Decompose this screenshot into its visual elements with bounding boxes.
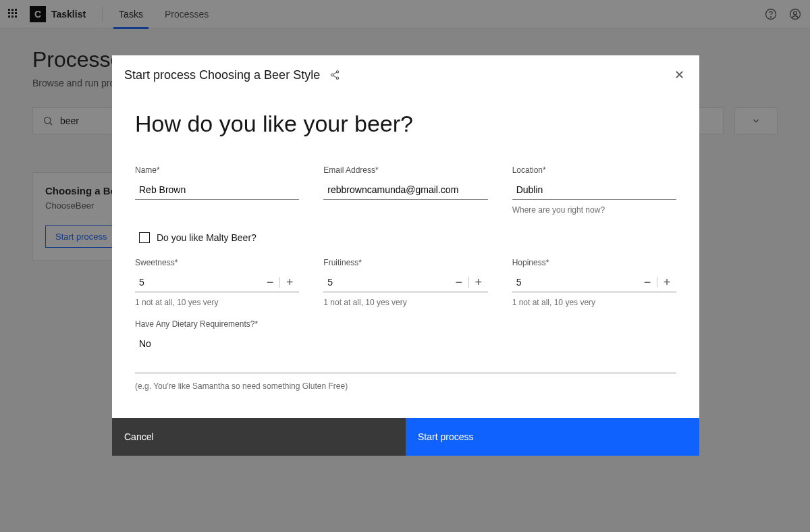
email-label: Email Address* <box>323 165 487 175</box>
fruitiness-helper: 1 not at all, 10 yes very <box>323 298 487 307</box>
email-field: Email Address* <box>323 165 487 215</box>
svg-point-7 <box>331 74 333 76</box>
location-field: Location* Where are you right now? <box>512 165 676 215</box>
hopiness-decrement[interactable]: − <box>638 275 657 290</box>
dietary-label: Have Any Dietary Requirements?* <box>135 319 676 329</box>
email-input[interactable] <box>323 180 487 200</box>
close-icon[interactable]: ✕ <box>672 65 687 85</box>
sweetness-increment[interactable]: + <box>280 275 299 290</box>
malty-checkbox[interactable] <box>139 232 150 243</box>
cancel-button[interactable]: Cancel <box>112 418 406 456</box>
hopiness-field: Hopiness* 5 − + 1 not at all, 10 yes ver… <box>512 258 676 307</box>
svg-line-10 <box>333 76 337 78</box>
fruitiness-stepper: 5 − + <box>323 273 487 292</box>
location-label: Location* <box>512 165 676 175</box>
dietary-input[interactable] <box>135 334 676 373</box>
sweetness-value[interactable]: 5 <box>135 273 261 292</box>
sweetness-decrement[interactable]: − <box>261 275 279 290</box>
fruitiness-increment[interactable]: + <box>469 275 488 290</box>
form-heading: How do you like your beer? <box>135 111 676 137</box>
modal-title: Start process Choosing a Beer Style <box>124 68 320 82</box>
start-process-modal: Start process Choosing a Beer Style ✕ Ho… <box>112 55 699 456</box>
location-input[interactable] <box>512 180 676 200</box>
sweetness-field: Sweetness* 5 − + 1 not at all, 10 yes ve… <box>135 258 299 307</box>
start-process-button[interactable]: Start process <box>406 418 699 456</box>
share-icon[interactable] <box>329 70 340 80</box>
hopiness-increment[interactable]: + <box>657 275 676 290</box>
sweetness-label: Sweetness* <box>135 258 299 267</box>
fruitiness-decrement[interactable]: − <box>450 275 468 290</box>
hopiness-stepper: 5 − + <box>512 273 676 292</box>
sweetness-stepper: 5 − + <box>135 273 299 292</box>
location-helper: Where are you right now? <box>512 205 676 215</box>
name-field: Name* <box>135 165 299 215</box>
svg-point-8 <box>336 77 338 79</box>
svg-line-9 <box>333 72 337 74</box>
svg-point-6 <box>336 71 338 73</box>
fruitiness-field: Fruitiness* 5 − + 1 not at all, 10 yes v… <box>323 258 487 307</box>
hopiness-value[interactable]: 5 <box>512 273 638 292</box>
fruitiness-value[interactable]: 5 <box>323 273 449 292</box>
dietary-helper: (e.g. You're like Samantha so need somet… <box>135 381 676 391</box>
hopiness-helper: 1 not at all, 10 yes very <box>512 298 676 307</box>
hopiness-label: Hopiness* <box>512 258 676 267</box>
dietary-field: Have Any Dietary Requirements?* (e.g. Yo… <box>135 319 676 391</box>
fruitiness-label: Fruitiness* <box>323 258 487 267</box>
sweetness-helper: 1 not at all, 10 yes very <box>135 298 299 307</box>
malty-checkbox-label: Do you like Malty Beer? <box>157 232 256 243</box>
name-label: Name* <box>135 165 299 175</box>
name-input[interactable] <box>135 180 299 200</box>
